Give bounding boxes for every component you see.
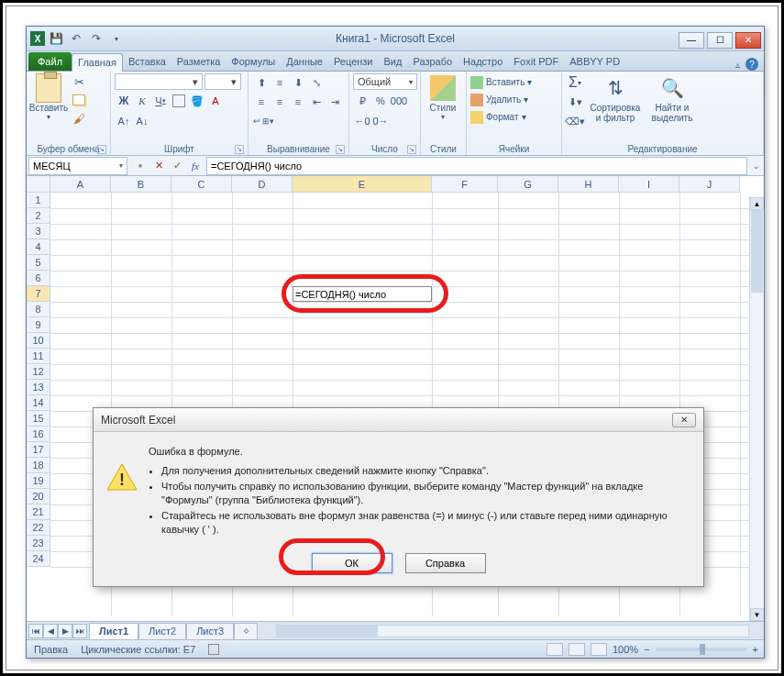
cut-icon[interactable]: ✂ — [70, 73, 88, 90]
zoom-level[interactable]: 100% — [613, 644, 638, 655]
insert-cells-button[interactable]: Вставить ▾ — [470, 73, 532, 91]
row-header-13[interactable]: 13 — [27, 380, 50, 395]
tab-formulas[interactable]: Формулы — [226, 52, 281, 71]
sheet-nav-last-icon[interactable]: ⏭ — [72, 624, 87, 638]
indent-dec-icon[interactable]: ⇤ — [307, 93, 326, 111]
tab-review[interactable]: Рецензи — [328, 52, 379, 71]
scroll-up-icon[interactable]: ▲ — [750, 197, 764, 210]
col-header-B[interactable]: B — [111, 176, 171, 193]
row-header-5[interactable]: 5 — [27, 255, 50, 271]
currency-icon[interactable]: ₽ — [353, 92, 371, 110]
col-header-F[interactable]: F — [432, 176, 498, 193]
row-header-14[interactable]: 14 — [27, 395, 50, 411]
format-painter-icon[interactable]: 🖌 — [70, 110, 88, 127]
copy-icon[interactable] — [70, 92, 88, 108]
underline-button[interactable]: Ч▾ — [151, 92, 170, 110]
row-header-4[interactable]: 4 — [27, 239, 50, 255]
align-launcher-icon[interactable]: ↘ — [336, 145, 345, 154]
close-button[interactable]: ✕ — [735, 32, 761, 49]
sort-filter-button[interactable]: ⇅ Сортировка и фильтр — [587, 73, 644, 123]
vertical-scrollbar[interactable]: ▲ ▼ — [749, 197, 764, 621]
delete-cells-button[interactable]: Удалить ▾ — [470, 91, 532, 108]
row-header-8[interactable]: 8 — [27, 302, 50, 317]
sheet-tab-1[interactable]: Лист1 — [89, 623, 138, 639]
row-header-11[interactable]: 11 — [27, 349, 50, 364]
align-top-icon[interactable]: ⬆ — [252, 73, 271, 92]
grow-font-icon[interactable]: A↑ — [115, 112, 133, 130]
row-header-16[interactable]: 16 — [27, 427, 50, 442]
cancel-formula-icon[interactable]: ✕ — [151, 159, 166, 173]
col-header-E[interactable]: E — [293, 176, 432, 193]
row-header-12[interactable]: 12 — [27, 364, 50, 380]
sheet-nav-first-icon[interactable]: ⏮ — [28, 624, 43, 638]
row-header-22[interactable]: 22 — [27, 520, 50, 536]
accept-formula-icon[interactable]: ✓ — [170, 159, 184, 173]
number-format-combo[interactable]: Общий▾ — [353, 73, 417, 90]
view-layout-icon[interactable] — [569, 643, 585, 656]
row-header-21[interactable]: 21 — [27, 504, 50, 520]
row-header-9[interactable]: 9 — [27, 317, 50, 333]
autosum-icon[interactable]: Σ▾ — [566, 73, 584, 92]
file-tab[interactable]: Файл — [28, 52, 72, 71]
sheet-tab-3[interactable]: Лист3 — [186, 623, 234, 639]
styles-button[interactable]: Стили ▾ — [425, 73, 461, 121]
border-button[interactable] — [172, 94, 185, 107]
dec-decimal-icon[interactable]: 0→ — [371, 112, 390, 130]
clear-icon[interactable]: ⌫▾ — [566, 112, 584, 130]
scroll-down-icon[interactable]: ▼ — [750, 608, 764, 621]
maximize-button[interactable]: ☐ — [707, 32, 733, 49]
horizontal-scrollbar[interactable] — [276, 625, 749, 637]
inc-decimal-icon[interactable]: ←0 — [353, 112, 371, 130]
font-name-combo[interactable]: ▾ — [115, 73, 203, 90]
row-header-10[interactable]: 10 — [27, 333, 50, 349]
font-launcher-icon[interactable]: ↘ — [235, 145, 244, 154]
zoom-out-icon[interactable]: − — [644, 644, 649, 655]
ribbon-minimize-icon[interactable]: ▵ — [735, 60, 740, 70]
tab-insert[interactable]: Вставка — [123, 52, 171, 71]
font-color-button[interactable]: A — [206, 92, 225, 110]
tab-layout[interactable]: Разметка — [171, 52, 226, 71]
align-right-icon[interactable]: ≡ — [289, 93, 307, 111]
comma-icon[interactable]: 000 — [390, 92, 408, 110]
col-header-C[interactable]: C — [171, 176, 232, 193]
tab-developer[interactable]: Разрабо — [407, 52, 458, 71]
align-center-icon[interactable]: ≡ — [271, 93, 289, 111]
scroll-thumb[interactable] — [751, 210, 763, 293]
row-header-23[interactable]: 23 — [27, 536, 50, 551]
col-header-H[interactable]: H — [558, 176, 619, 193]
tab-home[interactable]: Главная — [72, 53, 123, 72]
bold-button[interactable]: Ж — [115, 92, 133, 110]
find-select-button[interactable]: 🔍 Найти и выделить — [646, 73, 698, 123]
row-header-6[interactable]: 6 — [27, 271, 50, 286]
col-header-I[interactable]: I — [619, 176, 679, 193]
qat-undo-icon[interactable]: ↶ — [67, 29, 85, 48]
row-header-20[interactable]: 20 — [27, 489, 50, 504]
row-header-18[interactable]: 18 — [27, 458, 50, 473]
active-cell-editor[interactable]: =СЕГОДНЯ() число — [293, 286, 432, 302]
fill-color-button[interactable]: 🪣 — [188, 92, 206, 110]
minimize-button[interactable]: — — [679, 32, 704, 49]
dialog-close-button[interactable]: ✕ — [672, 413, 696, 427]
new-sheet-button[interactable]: ✧ — [234, 623, 258, 639]
tab-foxit[interactable]: Foxit PDF — [508, 52, 564, 71]
shrink-font-icon[interactable]: A↓ — [133, 112, 151, 130]
align-middle-icon[interactable]: ≡ — [271, 73, 289, 92]
indent-inc-icon[interactable]: ⇥ — [326, 93, 344, 111]
macro-record-icon[interactable] — [208, 644, 219, 655]
format-cells-button[interactable]: Формат ▾ — [470, 108, 532, 126]
align-left-icon[interactable]: ≡ — [252, 93, 271, 111]
formula-input[interactable]: =СЕГОДНЯ() число — [206, 157, 747, 175]
expand-namebox-icon[interactable]: ● — [133, 159, 148, 173]
row-header-3[interactable]: 3 — [27, 224, 50, 239]
tab-view[interactable]: Вид — [379, 52, 408, 71]
wrap-text-icon[interactable]: ↩ — [252, 112, 261, 130]
fill-icon[interactable]: ⬇▾ — [566, 93, 584, 111]
help-icon[interactable]: ? — [745, 58, 758, 71]
row-header-7[interactable]: 7 — [27, 286, 50, 302]
row-header-2[interactable]: 2 — [27, 208, 50, 224]
select-all-corner[interactable] — [27, 176, 50, 193]
view-normal-icon[interactable] — [547, 643, 563, 656]
sheet-tab-2[interactable]: Лист2 — [138, 623, 186, 639]
tab-data[interactable]: Данные — [281, 52, 328, 71]
dialog-help-button[interactable]: Справка — [405, 553, 486, 573]
